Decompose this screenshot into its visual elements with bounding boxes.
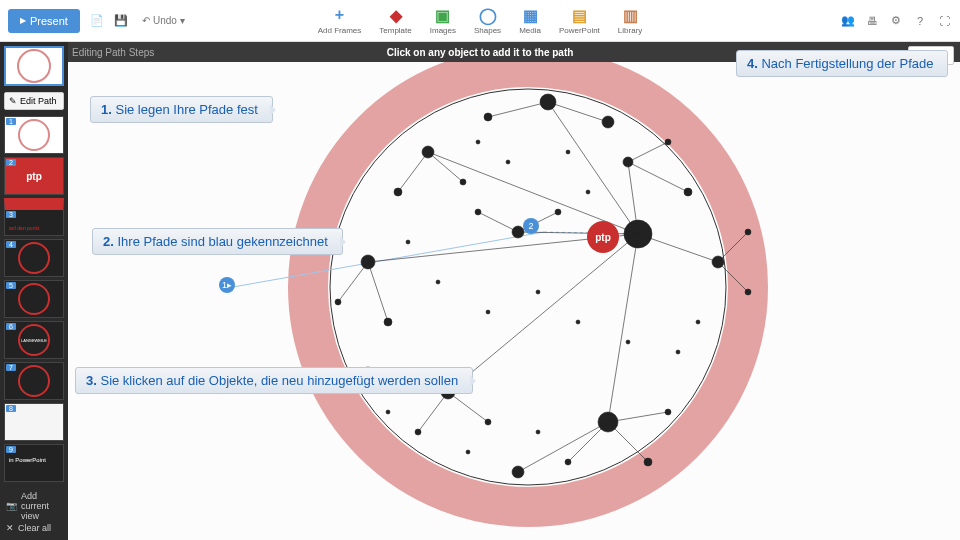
undo-button[interactable]: ↶ Undo ▾ xyxy=(136,13,191,28)
undo-label: Undo xyxy=(153,15,177,26)
save-icon[interactable]: 💾 xyxy=(112,12,130,30)
svg-point-62 xyxy=(586,190,590,194)
tool-label: Add Frames xyxy=(318,26,362,35)
path-step-thumb-8[interactable]: 8 xyxy=(4,403,64,441)
thumb-number: 4 xyxy=(6,241,16,248)
svg-line-36 xyxy=(608,234,638,422)
thumb-number: 3 xyxy=(6,211,16,218)
sidebar-footer: 📷 Add current view ✕ Clear all xyxy=(0,486,68,540)
new-doc-icon[interactable]: 📄 xyxy=(88,12,106,30)
annotation-4: 4. Nach Fertigstellung der Pfade xyxy=(736,50,948,77)
thumb-number: 7 xyxy=(6,364,16,371)
thumb-number: 6 xyxy=(6,323,16,330)
add-current-label: Add current view xyxy=(21,491,62,521)
powerpoint-icon: ▤ xyxy=(570,6,588,24)
svg-text:ptp: ptp xyxy=(595,232,611,243)
tool-library[interactable]: ▥Library xyxy=(618,6,642,35)
help-icon[interactable]: ? xyxy=(912,13,928,29)
svg-point-67 xyxy=(576,320,580,324)
thumb-number: 5 xyxy=(6,282,16,289)
editing-path-label: Editing Path Steps xyxy=(72,47,154,58)
svg-line-56 xyxy=(518,422,608,472)
prezi-canvas-graphic: ptp xyxy=(68,62,960,540)
print-icon[interactable]: 🖶 xyxy=(864,13,880,29)
images-icon: ▣ xyxy=(434,6,452,24)
annotation-2: 2. Ihre Pfade sind blau gekennzeichnet xyxy=(92,228,343,255)
svg-point-0 xyxy=(308,67,748,507)
thumb-number: 9 xyxy=(6,446,16,453)
svg-line-35 xyxy=(638,234,718,262)
annotation-2-text: Ihre Pfade sind blau gekennzeichnet xyxy=(117,234,327,249)
tool-images[interactable]: ▣Images xyxy=(430,6,456,35)
present-label: Present xyxy=(30,15,68,27)
present-button[interactable]: Present xyxy=(8,9,80,33)
path-step-thumb-1[interactable]: 1 xyxy=(4,116,64,154)
tool-shapes[interactable]: ◯Shapes xyxy=(474,6,501,35)
thumb-number: 8 xyxy=(6,405,16,412)
tool-label: Media xyxy=(519,26,541,35)
tool-label: PowerPoint xyxy=(559,26,600,35)
svg-line-23 xyxy=(368,262,388,322)
path-step-thumb-3[interactable]: 3 xyxy=(4,198,64,236)
annotation-1-text: Sie legen Ihre Pfade fest xyxy=(115,102,257,117)
svg-line-8 xyxy=(548,102,608,122)
path-step-badge-1[interactable]: 1▸ xyxy=(219,277,235,293)
clear-all-label: Clear all xyxy=(18,523,51,533)
tool-media[interactable]: ▦Media xyxy=(519,6,541,35)
svg-point-64 xyxy=(436,280,440,284)
annotation-2-num: 2. xyxy=(103,234,114,249)
edit-path-button[interactable]: ✎ Edit Path xyxy=(4,92,64,110)
annotation-1-num: 1. xyxy=(101,102,112,117)
path-step-thumb-2[interactable]: 2 xyxy=(4,157,64,195)
svg-line-12 xyxy=(398,152,428,192)
svg-point-60 xyxy=(506,160,510,164)
svg-point-70 xyxy=(696,320,700,324)
svg-line-37 xyxy=(448,234,638,392)
svg-point-66 xyxy=(536,290,540,294)
svg-line-53 xyxy=(608,422,648,462)
path-step-thumb-4[interactable]: 4 xyxy=(4,239,64,277)
svg-point-65 xyxy=(486,310,490,314)
path-step-thumb-9[interactable]: 9 xyxy=(4,444,64,482)
edit-path-label: Edit Path xyxy=(20,96,57,106)
path-sidebar: ✎ Edit Path 123456789 📷 Add current view… xyxy=(0,42,68,540)
clear-all-button[interactable]: ✕ Clear all xyxy=(6,522,62,534)
path-hint-text: Click on any object to add it to the pat… xyxy=(387,47,574,58)
svg-point-71 xyxy=(386,410,390,414)
main-toolbar: Present 📄 💾 ↶ Undo ▾ +Add Frames◆Templat… xyxy=(0,0,960,42)
tool-powerpoint[interactable]: ▤PowerPoint xyxy=(559,6,600,35)
path-step-thumb-5[interactable]: 5 xyxy=(4,280,64,318)
svg-line-17 xyxy=(628,142,668,162)
svg-line-18 xyxy=(628,162,688,192)
add-current-view-button[interactable]: 📷 Add current view xyxy=(6,490,62,522)
svg-line-7 xyxy=(488,102,548,117)
template-icon: ◆ xyxy=(387,6,405,24)
thumb-number: 2 xyxy=(6,159,16,166)
toolbar-tools: +Add Frames◆Template▣Images◯Shapes▦Media… xyxy=(318,6,643,35)
library-icon: ▥ xyxy=(621,6,639,24)
canvas[interactable]: ptp xyxy=(68,62,960,540)
path-step-thumb-7[interactable]: 7 xyxy=(4,362,64,400)
annotation-4-text: Nach Fertigstellung der Pfade xyxy=(761,56,933,71)
settings-icon[interactable]: ⚙ xyxy=(888,13,904,29)
tool-template[interactable]: ◆Template xyxy=(379,6,411,35)
toolbar-left-group: 📄 💾 ↶ Undo ▾ xyxy=(88,12,191,30)
svg-line-46 xyxy=(418,392,448,432)
collaborate-icon[interactable]: 👥 xyxy=(840,13,856,29)
path-step-badge-2[interactable]: 2 xyxy=(523,218,539,234)
svg-point-59 xyxy=(476,140,480,144)
add-frames-icon: + xyxy=(330,6,348,24)
annotation-3-text: Sie klicken auf die Objekte, die neu hin… xyxy=(100,373,458,388)
svg-point-68 xyxy=(626,340,630,344)
svg-point-1 xyxy=(330,89,726,485)
path-badge-2-num: 2 xyxy=(528,221,533,231)
svg-point-69 xyxy=(676,350,680,354)
path-step-thumb-6[interactable]: 6 xyxy=(4,321,64,359)
annotation-3-num: 3. xyxy=(86,373,97,388)
tool-add-frames[interactable]: +Add Frames xyxy=(318,6,362,35)
svg-point-63 xyxy=(406,240,410,244)
annotation-3: 3. Sie klicken auf die Objekte, die neu … xyxy=(75,367,473,394)
overview-thumbnail[interactable] xyxy=(4,46,64,86)
fullscreen-icon[interactable]: ⛶ xyxy=(936,13,952,29)
annotation-1: 1. Sie legen Ihre Pfade fest xyxy=(90,96,273,123)
